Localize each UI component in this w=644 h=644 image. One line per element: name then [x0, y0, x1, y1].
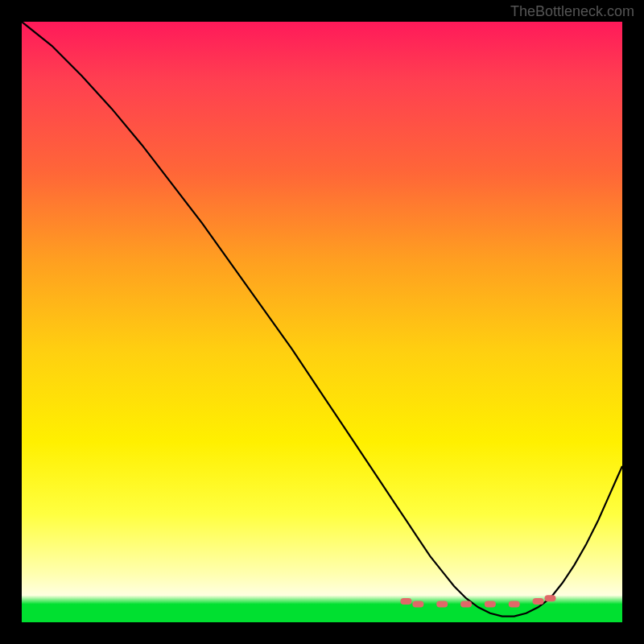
watermark-text: TheBottleneck.com [510, 3, 634, 20]
chart-gradient-background [22, 22, 622, 622]
